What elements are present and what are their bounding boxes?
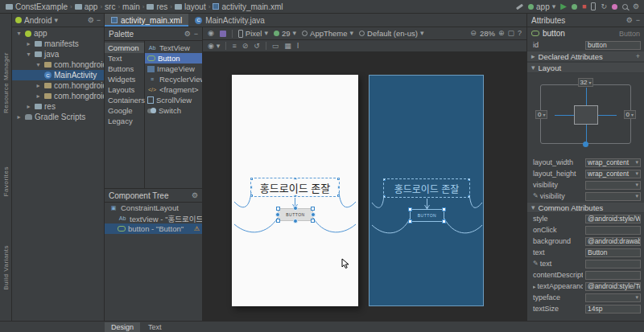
infer-constraints-icon[interactable]: ↺ xyxy=(254,43,260,50)
constraint-anchor[interactable] xyxy=(337,185,340,190)
constraint-anchor[interactable] xyxy=(275,212,280,217)
palette-item-fragment[interactable]: </><fragment> xyxy=(145,84,202,95)
hide-panel-icon[interactable]: − xyxy=(636,17,640,24)
widget-body[interactable] xyxy=(574,105,598,125)
add-attribute-icon[interactable]: + xyxy=(636,53,640,60)
view-options-select[interactable]: ◉▾ xyxy=(208,43,220,50)
device-select[interactable]: Pixel▾ xyxy=(238,29,268,38)
tree-item-package[interactable]: ▾com.hongdroid.constexample xyxy=(12,59,104,70)
constraint-anchor[interactable] xyxy=(293,195,298,197)
palette-category-text[interactable]: Text xyxy=(105,53,144,64)
palette-item-button[interactable]: Button xyxy=(145,53,202,64)
stop-button[interactable]: ■ xyxy=(582,3,586,10)
bottom-constraint-anchor[interactable] xyxy=(583,141,588,147)
orientation-icon[interactable] xyxy=(220,31,226,37)
resize-handle[interactable] xyxy=(468,178,470,181)
tree-item-manifests[interactable]: ▸manifests xyxy=(12,39,104,49)
run-button[interactable]: ▶ xyxy=(560,2,567,10)
breadcrumb-item[interactable]: layout xyxy=(174,2,207,11)
tool-window-button-build-variants[interactable]: Build Variants xyxy=(2,245,10,290)
search-icon[interactable] xyxy=(622,4,628,10)
design-mode-tab[interactable]: Design xyxy=(105,322,140,332)
sync-icon[interactable]: ↻ xyxy=(601,3,607,10)
layout-width-select[interactable]: wrap_content▾ xyxy=(585,158,641,167)
common-attributes-section[interactable]: ▾ Common Attributes xyxy=(527,202,644,213)
right-margin-select[interactable]: 0▾ xyxy=(624,110,636,119)
background-input[interactable]: @android:drawable/b xyxy=(585,237,641,246)
tool-window-button-resource-manager[interactable]: Resource Manager xyxy=(2,52,10,113)
id-input[interactable]: button xyxy=(585,41,641,50)
resize-handle[interactable] xyxy=(408,219,412,223)
component-tree-item-textview[interactable]: AbtextView - "홍드로이드 존..."⚠ xyxy=(105,213,202,223)
guidelines-icon[interactable]: Ⅰ xyxy=(297,43,299,50)
zoom-out-icon[interactable]: ⊖ xyxy=(470,30,477,37)
tools-visibility-select[interactable]: ▾ xyxy=(585,192,641,201)
palette-item-scrollview[interactable]: ScrollView xyxy=(145,95,202,105)
tree-item-package-test[interactable]: ▸com.hongdroid.constexample(test) xyxy=(12,91,104,101)
resize-handle[interactable] xyxy=(383,195,386,198)
design-canvas[interactable]: 홍드로이드 존잘 BUTTON xyxy=(203,52,526,321)
settings-gear-icon[interactable]: ⚙ xyxy=(633,3,639,10)
breadcrumb-item[interactable]: res xyxy=(146,2,168,11)
layout-section[interactable]: ▾ Layout xyxy=(527,62,644,73)
hide-panel-icon[interactable]: − xyxy=(97,17,101,24)
component-tree-item-button[interactable]: button - "Button"⚠ xyxy=(105,223,202,234)
palette-category-google[interactable]: Google xyxy=(105,105,144,116)
constraint-anchor[interactable] xyxy=(250,185,253,190)
gear-icon[interactable]: ⚙ xyxy=(626,17,633,24)
tab-activity-main-xml[interactable]: activity_main.xml xyxy=(105,14,188,27)
resize-handle[interactable] xyxy=(250,195,253,197)
resize-handle[interactable] xyxy=(442,207,446,211)
palette-category-widgets[interactable]: Widgets xyxy=(105,74,144,84)
resize-handle[interactable] xyxy=(337,195,340,197)
tree-item-gradle-scripts[interactable]: ▸Gradle Scripts xyxy=(12,112,104,122)
palette-item-recyclerview[interactable]: ≡RecyclerView xyxy=(145,74,202,84)
constraint-anchor[interactable] xyxy=(293,206,298,211)
palette-category-legacy[interactable]: Legacy xyxy=(105,116,144,126)
resize-handle[interactable] xyxy=(311,219,315,223)
surface-mode-icon[interactable]: ◉ xyxy=(208,30,214,37)
constraint-widget[interactable]: 32▾ 0▾ 0▾ xyxy=(534,75,638,155)
style-select[interactable]: @android:style/Wi▾ xyxy=(585,215,641,223)
tree-item-java[interactable]: ▾java xyxy=(12,49,104,59)
text-input[interactable]: Button xyxy=(585,248,641,257)
layout-height-select[interactable]: wrap_content▾ xyxy=(585,170,641,178)
onclick-input[interactable] xyxy=(585,226,641,235)
component-tree-item-constraintlayout[interactable]: ▣ConstraintLayout xyxy=(105,203,202,213)
gear-icon[interactable]: ⚙ xyxy=(184,31,191,38)
declared-attributes-section[interactable]: ▸ Declared Attributes + xyxy=(527,51,644,62)
palette-item-textview[interactable]: AbTextView xyxy=(145,43,202,53)
locale-select[interactable]: Default (en-us)▾ xyxy=(359,29,423,38)
palette-category-buttons[interactable]: Buttons xyxy=(105,64,144,74)
constraint-anchor[interactable] xyxy=(311,212,316,217)
api-level-select[interactable]: 29▾ xyxy=(274,29,296,38)
hide-panel-icon[interactable]: − xyxy=(194,31,198,38)
textappearance-select[interactable]: @android:style/Te▾ xyxy=(585,282,641,291)
margins-icon[interactable]: ▭ xyxy=(272,43,279,50)
textview-widget-blueprint[interactable]: 홍드로이드 존잘 xyxy=(383,178,470,198)
visibility-select[interactable]: ▾ xyxy=(585,181,641,190)
constraint-anchor[interactable] xyxy=(293,219,298,223)
pack-icon[interactable]: ▦ xyxy=(284,43,291,50)
project-view-selector[interactable]: Android xyxy=(24,16,52,25)
resize-handle[interactable] xyxy=(337,178,340,180)
text-mode-tab[interactable]: Text xyxy=(142,322,168,332)
tree-item-res[interactable]: ▸res xyxy=(12,101,104,112)
palette-category-containers[interactable]: Containers xyxy=(105,95,144,105)
tree-item-app[interactable]: ▾app xyxy=(12,28,104,39)
palette-item-imageview[interactable]: ImageView xyxy=(145,64,202,74)
blueprint-view-phone[interactable]: 홍드로이드 존잘 BUTTON xyxy=(369,75,484,306)
run-configuration-select[interactable]: app▾ xyxy=(528,2,555,11)
tools-text-input[interactable] xyxy=(585,260,641,268)
clear-constraints-icon[interactable]: ⊘ xyxy=(242,43,249,50)
breadcrumb-item[interactable]: ConstExample xyxy=(5,2,68,11)
zoom-in-icon[interactable]: ⊕ xyxy=(498,30,505,37)
breadcrumb-item[interactable]: activity_main.xml xyxy=(212,2,283,11)
zoom-to-fit-icon[interactable]: ▢ xyxy=(507,30,514,37)
tree-item-mainactivity[interactable]: CMainActivity xyxy=(12,70,104,80)
profiler-icon[interactable] xyxy=(612,4,617,10)
help-icon[interactable]: ? xyxy=(518,30,522,37)
autoconnect-icon[interactable]: ≡ xyxy=(232,43,236,50)
resize-handle[interactable] xyxy=(468,195,470,198)
design-view-phone[interactable]: 홍드로이드 존잘 BUTTON xyxy=(232,75,358,306)
